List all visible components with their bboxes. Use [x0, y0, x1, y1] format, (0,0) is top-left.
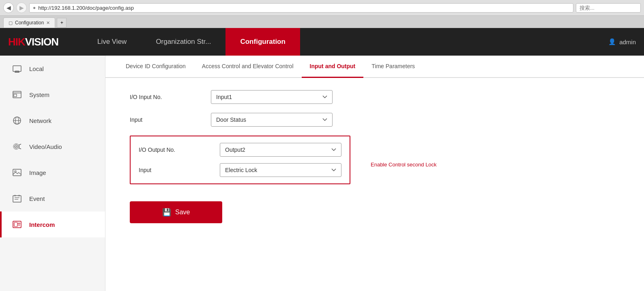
search-input[interactable]: [576, 3, 641, 13]
nav-live-view[interactable]: Live View: [83, 28, 141, 56]
browser-chrome: ◀ ▶ ● ▢ Configuration ✕ +: [0, 0, 644, 28]
forward-button[interactable]: ▶: [16, 2, 27, 13]
sidebar-item-video-audio[interactable]: Video/Audio: [0, 134, 105, 160]
intercom-icon: [11, 219, 23, 230]
tab-device-id[interactable]: Device ID Configuration: [118, 56, 194, 78]
logo-vision: VISION: [25, 36, 58, 48]
user-icon: 👤: [608, 38, 616, 45]
output-input-row: Input Electric Lock Door Status None: [139, 163, 341, 177]
svg-rect-15: [13, 169, 21, 176]
content-area: Device ID Configuration Access Control a…: [105, 56, 644, 291]
sidebar-label-event: Event: [29, 195, 45, 202]
io-input-row: I/O Input No. Input1 Input2 Input3: [130, 90, 620, 104]
sidebar-item-network[interactable]: Network: [0, 108, 105, 134]
sidebar-label-video-audio: Video/Audio: [29, 143, 62, 150]
input-door-row: Input Door Status Electric Lock None: [130, 113, 620, 127]
local-icon: [11, 63, 23, 74]
address-bar: ●: [29, 3, 573, 13]
io-output-row: I/O Output No. Output1 Output2 Output3: [139, 143, 341, 157]
main-layout: Local System Network Video/Audio: [0, 56, 644, 291]
lock-icon: ●: [33, 5, 36, 11]
form-area: I/O Input No. Input1 Input2 Input3 Input…: [105, 78, 644, 235]
svg-line-12: [19, 144, 21, 145]
logo-hik: HIK: [8, 36, 25, 48]
red-bordered-section: I/O Output No. Output1 Output2 Output3 I…: [130, 136, 350, 184]
svg-rect-5: [14, 94, 17, 97]
tab-input-output[interactable]: Input and Output: [302, 56, 364, 78]
nav-org-str[interactable]: Organization Str...: [141, 28, 225, 56]
io-output-select[interactable]: Output1 Output2 Output3: [220, 143, 341, 157]
svg-line-13: [19, 148, 21, 149]
tab-time-params[interactable]: Time Parameters: [363, 56, 423, 78]
top-nav: HIKVISION Live View Organization Str... …: [0, 28, 644, 56]
sidebar-label-system: System: [29, 91, 49, 98]
back-button[interactable]: ◀: [3, 2, 14, 13]
tab-close-button[interactable]: ✕: [46, 20, 50, 26]
save-icon: 💾: [162, 208, 171, 217]
app-wrapper: HIKVISION Live View Organization Str... …: [0, 28, 644, 291]
tab-title: Configuration: [15, 20, 44, 26]
sidebar-item-intercom[interactable]: Intercom: [0, 211, 105, 237]
output-input-select[interactable]: Electric Lock Door Status None: [220, 163, 341, 177]
output-input-label: Input: [139, 167, 212, 173]
tab-icon: ▢: [9, 20, 13, 26]
sidebar-label-local: Local: [29, 65, 44, 72]
io-input-select[interactable]: Input1 Input2 Input3: [211, 90, 333, 104]
address-input[interactable]: [38, 5, 570, 11]
enable-control-label: Enable Control second Lock: [371, 162, 437, 168]
sidebar-item-image[interactable]: Image: [0, 160, 105, 185]
io-output-label: I/O Output No.: [139, 147, 212, 153]
sidebar-item-event[interactable]: Event: [0, 185, 105, 211]
nav-user: 👤 admin: [608, 38, 636, 45]
svg-rect-23: [14, 222, 17, 226]
nav-links: Live View Organization Str... Configurat…: [83, 28, 608, 56]
new-tab-button[interactable]: +: [57, 18, 67, 28]
svg-rect-17: [13, 196, 21, 202]
event-icon: [11, 193, 23, 204]
username: admin: [619, 39, 636, 45]
image-icon: [11, 167, 23, 178]
svg-point-10: [16, 146, 17, 147]
svg-point-24: [18, 223, 20, 224]
sidebar: Local System Network Video/Audio: [0, 56, 105, 291]
io-input-label: I/O Input No.: [130, 94, 203, 100]
sidebar-label-intercom: Intercom: [29, 221, 55, 228]
red-section-wrapper: I/O Output No. Output1 Output2 Output3 I…: [130, 136, 620, 193]
tab-access-control[interactable]: Access Control and Elevator Control: [194, 56, 302, 78]
browser-tab[interactable]: ▢ Configuration ✕: [3, 17, 55, 28]
save-label: Save: [175, 209, 190, 216]
svg-rect-0: [13, 66, 21, 71]
input-door-label: Input: [130, 116, 203, 123]
video-audio-icon: [11, 141, 23, 152]
logo: HIKVISION: [8, 36, 58, 48]
nav-configuration[interactable]: Configuration: [225, 28, 300, 56]
svg-rect-3: [13, 91, 21, 98]
sidebar-item-system[interactable]: System: [0, 82, 105, 108]
sidebar-label-network: Network: [29, 117, 52, 124]
input-door-select[interactable]: Door Status Electric Lock None: [211, 113, 333, 127]
save-button[interactable]: 💾 Save: [130, 201, 222, 223]
tab-bar: ▢ Configuration ✕ +: [0, 16, 644, 28]
system-icon: [11, 89, 23, 100]
sidebar-item-local[interactable]: Local: [0, 56, 105, 82]
browser-toolbar: ◀ ▶ ●: [0, 0, 644, 16]
sidebar-label-image: Image: [29, 169, 46, 176]
tabs-bar: Device ID Configuration Access Control a…: [105, 56, 644, 78]
network-icon: [11, 115, 23, 126]
